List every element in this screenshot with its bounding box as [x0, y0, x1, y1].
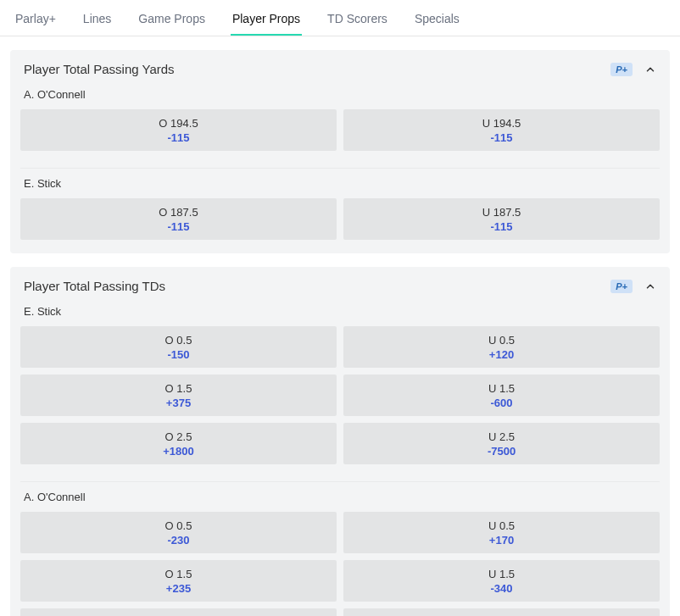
under-odds-button[interactable]: U 2.5-3000 [343, 608, 660, 616]
parlay-plus-badge: P+ [610, 63, 633, 76]
tab-label: Game Props [138, 12, 205, 25]
tab-specials[interactable]: Specials [413, 7, 461, 36]
under-odds-button[interactable]: U 0.5+170 [343, 512, 660, 553]
player-name: E. Stick [20, 172, 660, 198]
section: Player Total Passing YardsP+A. O'Connell… [10, 50, 670, 253]
section-header[interactable]: Player Total Passing TDsP+ [10, 267, 670, 300]
under-odds: -7500 [343, 445, 660, 458]
divider [20, 481, 660, 482]
odds-row: O 194.5-115U 194.5-115 [20, 109, 660, 151]
odds-row: O 1.5+235U 1.5-340 [20, 560, 660, 602]
section-title: Player Total Passing TDs [24, 279, 165, 293]
under-odds: -115 [343, 220, 660, 233]
over-odds-button[interactable]: O 194.5-115 [20, 109, 337, 151]
under-line: U 1.5 [343, 568, 660, 580]
under-odds: +120 [343, 348, 660, 361]
tab-player-props[interactable]: Player Props [231, 7, 302, 36]
under-odds: -115 [343, 131, 660, 144]
tab-label: TD Scorers [327, 12, 387, 25]
player-name: A. O'Connell [20, 83, 660, 109]
tab-label: Player Props [232, 12, 300, 25]
odds-row: O 2.5+1800U 2.5-7500 [20, 423, 660, 464]
tab-label: Parlay+ [15, 12, 56, 25]
over-odds-button[interactable]: O 2.5+1100 [20, 608, 337, 616]
over-line: O 0.5 [20, 519, 337, 532]
odds-row: O 1.5+375U 1.5-600 [20, 375, 660, 416]
player-block: A. O'ConnellO 194.5-115U 194.5-115 [10, 83, 670, 164]
odds-row: O 187.5-115U 187.5-115 [20, 198, 660, 240]
under-line: U 0.5 [343, 519, 660, 532]
player-block: A. O'ConnellO 0.5-230U 0.5+170O 1.5+235U… [10, 486, 670, 616]
section-header-right: P+ [610, 63, 656, 76]
over-line: O 1.5 [20, 568, 337, 580]
chevron-up-icon[interactable] [644, 64, 656, 75]
over-odds-button[interactable]: O 1.5+375 [20, 375, 337, 416]
section-header[interactable]: Player Total Passing YardsP+ [10, 50, 670, 83]
tab-parlay-[interactable]: Parlay+ [14, 7, 58, 36]
odds-row: O 0.5-150U 0.5+120 [20, 326, 660, 368]
parlay-plus-badge: P+ [610, 280, 633, 293]
under-odds-button[interactable]: U 187.5-115 [343, 198, 660, 240]
over-odds-button[interactable]: O 2.5+1800 [20, 423, 337, 464]
player-name: E. Stick [20, 300, 660, 326]
over-odds: +1800 [20, 445, 337, 458]
under-odds: -340 [343, 582, 660, 595]
over-odds-button[interactable]: O 1.5+235 [20, 560, 337, 602]
chevron-up-icon[interactable] [644, 280, 656, 292]
tab-game-props[interactable]: Game Props [137, 7, 207, 36]
over-odds-button[interactable]: O 0.5-230 [20, 512, 337, 553]
section-header-right: P+ [610, 280, 656, 293]
over-line: O 2.5 [20, 430, 337, 443]
over-odds: -115 [20, 131, 337, 144]
over-odds: +235 [20, 582, 337, 595]
under-odds-button[interactable]: U 0.5+120 [343, 326, 660, 368]
tab-td-scorers[interactable]: TD Scorers [326, 7, 389, 36]
tab-label: Specials [415, 12, 460, 25]
over-line: O 194.5 [20, 117, 337, 130]
divider [20, 168, 660, 169]
over-odds: -230 [20, 534, 337, 547]
under-odds-button[interactable]: U 1.5-600 [343, 375, 660, 416]
over-odds: +375 [20, 397, 337, 409]
odds-row: O 2.5+1100U 2.5-3000 [20, 608, 660, 616]
under-odds-button[interactable]: U 2.5-7500 [343, 423, 660, 464]
over-odds-button[interactable]: O 0.5-150 [20, 326, 337, 368]
under-odds: -600 [343, 397, 660, 409]
over-line: O 0.5 [20, 334, 337, 347]
under-line: U 0.5 [343, 334, 660, 347]
player-block: E. StickO 187.5-115U 187.5-115 [10, 172, 670, 253]
tab-label: Lines [83, 12, 111, 25]
over-line: O 187.5 [20, 206, 337, 219]
section-title: Player Total Passing Yards [24, 62, 175, 76]
under-odds-button[interactable]: U 1.5-340 [343, 560, 660, 602]
player-block: E. StickO 0.5-150U 0.5+120O 1.5+375U 1.5… [10, 300, 670, 478]
over-line: O 1.5 [20, 382, 337, 395]
under-line: U 187.5 [343, 206, 660, 219]
odds-row: O 0.5-230U 0.5+170 [20, 512, 660, 553]
under-line: U 1.5 [343, 382, 660, 395]
under-odds-button[interactable]: U 194.5-115 [343, 109, 660, 151]
under-line: U 2.5 [343, 430, 660, 443]
player-name: A. O'Connell [20, 486, 660, 512]
over-odds: -150 [20, 348, 337, 361]
section: Player Total Passing TDsP+E. StickO 0.5-… [10, 267, 670, 616]
under-odds: +170 [343, 534, 660, 547]
tabs-bar: Parlay+LinesGame PropsPlayer PropsTD Sco… [0, 0, 680, 36]
under-line: U 194.5 [343, 117, 660, 130]
over-odds-button[interactable]: O 187.5-115 [20, 198, 337, 240]
over-odds: -115 [20, 220, 337, 233]
tab-lines[interactable]: Lines [81, 7, 113, 36]
